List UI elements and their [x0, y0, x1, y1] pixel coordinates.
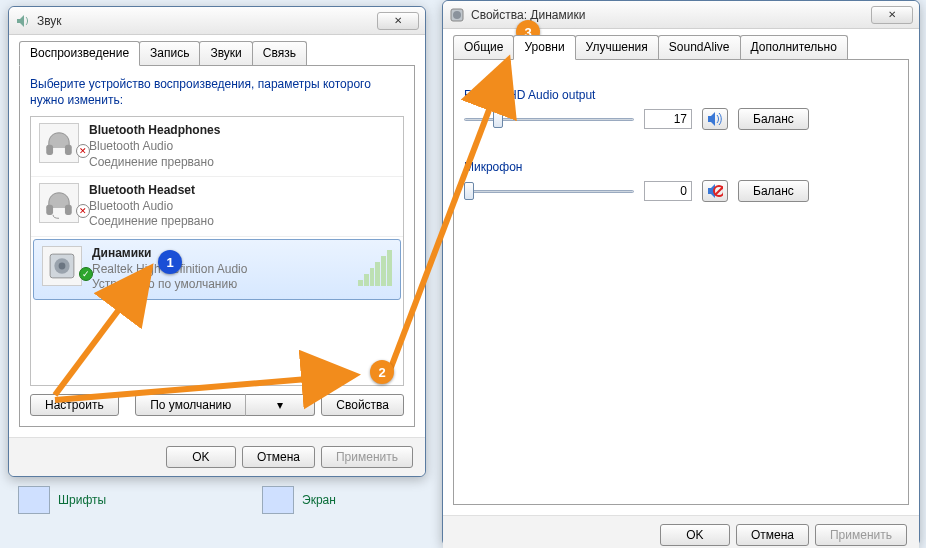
level-meter — [358, 246, 392, 286]
headset-icon: ✕ — [39, 183, 79, 223]
device-subtitle: Bluetooth Audio — [89, 139, 395, 155]
apply-button[interactable]: Применить — [321, 446, 413, 468]
titlebar[interactable]: Звук ✕ — [9, 7, 425, 35]
device-name: Bluetooth Headphones — [89, 123, 395, 139]
tab-sounds[interactable]: Звуки — [199, 41, 252, 65]
svg-rect-2 — [46, 205, 53, 215]
fonts-icon — [18, 486, 50, 514]
volume-value[interactable] — [644, 181, 692, 201]
cancel-button[interactable]: Отмена — [736, 524, 809, 546]
device-status: Устройство по умолчанию — [92, 277, 348, 293]
svg-line-10 — [715, 187, 723, 195]
instruction-text: Выберите устройство воспроизведения, пар… — [30, 76, 404, 108]
balance-button[interactable]: Баланс — [738, 180, 809, 202]
desktop-icon-fonts[interactable]: Шрифты — [18, 486, 106, 514]
speakers-icon — [449, 7, 465, 23]
apply-button[interactable]: Применить — [815, 524, 907, 546]
tab-recording[interactable]: Запись — [139, 41, 200, 65]
slider-label: Realtek HD Audio output — [464, 88, 898, 102]
volume-value[interactable] — [644, 109, 692, 129]
device-subtitle: Bluetooth Audio — [89, 199, 395, 215]
desktop-label: Шрифты — [58, 493, 106, 507]
volume-slider[interactable] — [464, 182, 634, 200]
titlebar[interactable]: Свойства: Динамики ✕ — [443, 1, 919, 29]
tab-playback[interactable]: Воспроизведение — [19, 41, 140, 66]
device-item[interactable]: ✕ Bluetooth Headset Bluetooth Audio Соед… — [31, 177, 403, 237]
device-item-selected[interactable]: ✓ Динамики Realtek High Definition Audio… — [33, 239, 401, 300]
desktop-label: Экран — [302, 493, 336, 507]
close-button[interactable]: ✕ — [377, 12, 419, 30]
device-list: ✕ Bluetooth Headphones Bluetooth Audio С… — [30, 116, 404, 386]
dialog-buttons: OK Отмена Применить — [9, 437, 425, 476]
tab-soundalive[interactable]: SoundAlive — [658, 35, 741, 59]
svg-rect-0 — [46, 145, 53, 155]
mute-button[interactable] — [702, 180, 728, 202]
mute-button[interactable] — [702, 108, 728, 130]
device-subtitle: Realtek High Definition Audio — [92, 262, 348, 278]
properties-button[interactable]: Свойства — [321, 394, 404, 416]
dialog-buttons: OK Отмена Применить — [443, 515, 919, 548]
ok-button[interactable]: OK — [660, 524, 730, 546]
speakers-icon: ✓ — [42, 246, 82, 286]
output-level-group: Realtek HD Audio output Баланс — [464, 88, 898, 130]
tabstrip: Общие Уровни Улучшения SoundAlive Дополн… — [443, 29, 919, 59]
tab-levels[interactable]: Уровни — [513, 35, 575, 60]
cancel-button[interactable]: Отмена — [242, 446, 315, 468]
volume-slider[interactable] — [464, 110, 634, 128]
sound-dialog: Звук ✕ Воспроизведение Запись Звуки Связ… — [8, 6, 426, 477]
ok-button[interactable]: OK — [166, 446, 236, 468]
window-title: Свойства: Динамики — [471, 8, 871, 22]
configure-button[interactable]: Настроить — [30, 394, 119, 416]
status-badge: ✕ — [76, 204, 90, 218]
device-name: Динамики — [92, 246, 348, 262]
status-badge: ✕ — [76, 144, 90, 158]
tab-enhancements[interactable]: Улучшения — [575, 35, 659, 59]
mic-level-group: Микрофон Баланс — [464, 160, 898, 202]
window-title: Звук — [37, 14, 377, 28]
headphones-icon: ✕ — [39, 123, 79, 163]
set-default-button[interactable]: По умолчанию — [135, 394, 246, 416]
svg-rect-1 — [65, 145, 72, 155]
device-status: Соединение прервано — [89, 155, 395, 171]
tab-general[interactable]: Общие — [453, 35, 514, 59]
status-badge: ✓ — [79, 267, 93, 281]
device-item[interactable]: ✕ Bluetooth Headphones Bluetooth Audio С… — [31, 117, 403, 177]
speaker-properties-dialog: Свойства: Динамики ✕ Общие Уровни Улучше… — [442, 0, 920, 546]
set-default-dropdown[interactable]: ▾ — [245, 394, 315, 416]
screen-icon — [262, 486, 294, 514]
sound-icon — [15, 13, 31, 29]
balance-button[interactable]: Баланс — [738, 108, 809, 130]
tab-communications[interactable]: Связь — [252, 41, 307, 65]
svg-point-6 — [59, 263, 66, 270]
close-button[interactable]: ✕ — [871, 6, 913, 24]
tabstrip: Воспроизведение Запись Звуки Связь — [9, 35, 425, 65]
svg-point-8 — [453, 11, 461, 19]
tab-panel: Realtek HD Audio output Баланс Микрофон — [453, 59, 909, 505]
slider-label: Микрофон — [464, 160, 898, 174]
desktop-icon-screen[interactable]: Экран — [262, 486, 336, 514]
tab-panel: Выберите устройство воспроизведения, пар… — [19, 65, 415, 427]
tab-advanced[interactable]: Дополнительно — [740, 35, 848, 59]
device-name: Bluetooth Headset — [89, 183, 395, 199]
svg-rect-3 — [65, 205, 72, 215]
device-status: Соединение прервано — [89, 214, 395, 230]
